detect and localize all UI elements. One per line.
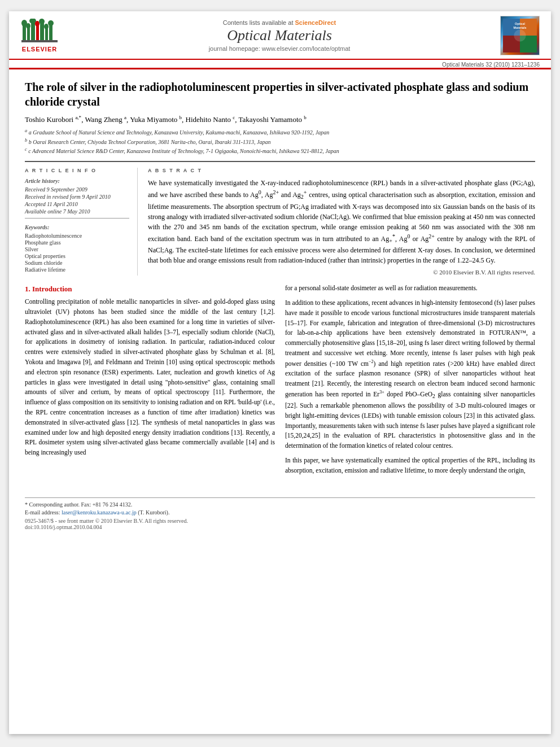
svg-point-12 [44, 24, 49, 29]
keywords-section: Keywords: Radiophotoluminescence Phospha… [25, 224, 129, 273]
affiliation-b: b b Oarai Research Center, Chiyoda Techn… [25, 137, 535, 146]
affiliation-a: a a Graduate School of Natural Science a… [25, 128, 535, 137]
svg-rect-3 [36, 24, 39, 41]
cover-svg: Optical Materials [501, 19, 539, 53]
svg-point-8 [26, 23, 30, 29]
info-abstract-section: A R T I C L E I N F O Article history: R… [25, 161, 535, 276]
journal-title: Optical Materials [59, 27, 500, 44]
intro-heading: 1. Introduction [25, 285, 275, 294]
article-info-label: A R T I C L E I N F O [25, 168, 129, 173]
abstract-copyright: © 2010 Elsevier B.V. All rights reserved… [148, 269, 535, 276]
elsevier-tree-icon [20, 19, 59, 46]
journal-id-line: Optical Materials 32 (2010) 1231–1236 [9, 60, 551, 68]
authors-line: Toshio Kurobori a,*, Wang Zheng a, Yuka … [25, 115, 535, 124]
keyword-1: Radiophotoluminescence [25, 233, 129, 239]
svg-rect-14 [21, 40, 58, 42]
article-info-col: A R T I C L E I N F O Article history: R… [25, 168, 138, 276]
svg-rect-6 [49, 24, 53, 41]
journal-cover-image: Optical Materials [500, 16, 540, 55]
email-note: E-mail address: laser@kenroku.kanazawa-u… [25, 509, 535, 516]
abstract-label: A B S T R A C T [148, 168, 535, 173]
revised-date: Received in revised form 9 April 2010 [25, 194, 129, 200]
issn-line: 0925-3467/$ - see front matter © 2010 El… [25, 518, 535, 530]
intro-para-3: In addition to these applications, recen… [285, 298, 535, 451]
svg-point-13 [48, 20, 54, 26]
sciencedirect-link[interactable]: ScienceDirect [295, 19, 336, 26]
keyword-5: Sodium chloride [25, 260, 129, 266]
journal-homepage: journal homepage: www.elsevier.com/locat… [59, 45, 500, 52]
info-divider [25, 218, 129, 219]
intro-para-2: for a personal solid-state dosimeter as … [285, 283, 535, 294]
affiliation-c: c c Advanced Material Science R&D Center… [25, 146, 535, 155]
body-section: 1. Introduction Controlling precipitatio… [25, 283, 535, 480]
keywords-label: Keywords: [25, 224, 129, 230]
article-title: The role of silver in the radiophotolumi… [25, 80, 535, 109]
authors-text: Toshio Kurobori a,*, Wang Zheng a, Yuka … [25, 115, 307, 124]
svg-rect-2 [31, 21, 35, 41]
svg-text:Optical: Optical [515, 22, 525, 25]
keyword-2: Phosphate glass [25, 239, 129, 246]
page: ELSEVIER Contents lists available at Sci… [9, 11, 551, 734]
received-date: Received 9 September 2009 [25, 186, 129, 193]
keyword-4: Optical properties [25, 253, 129, 259]
corresponding-note: * Corresponding author. Fax: +81 76 234 … [25, 501, 535, 508]
article-body: The role of silver in the radiophotolumi… [9, 69, 551, 492]
email-link[interactable]: laser@kenroku.kanazawa-u.ac.jp [62, 509, 137, 516]
affiliations: a a Graduate School of Natural Science a… [25, 128, 535, 155]
journal-header-center: Contents lists available at ScienceDirec… [59, 19, 500, 52]
intro-para-1: Controlling precipitation of noble metal… [25, 297, 275, 458]
issn-text: 0925-3467/$ - see front matter © 2010 El… [25, 518, 188, 524]
svg-rect-4 [40, 22, 44, 41]
body-col-right: for a personal solid-state dosimeter as … [285, 283, 535, 480]
svg-point-11 [39, 19, 45, 24]
abstract-col: A B S T R A C T We have systematically i… [148, 168, 535, 276]
abstract-text: We have systematically investigated the … [148, 178, 535, 265]
intro-para-4: In this paper, we have systematically ex… [285, 456, 535, 476]
accepted-date: Accepted 11 April 2010 [25, 201, 129, 207]
elsevier-wordmark: ELSEVIER [22, 46, 57, 53]
elsevier-logo: ELSEVIER [20, 19, 59, 53]
body-col-left: 1. Introduction Controlling precipitatio… [25, 283, 275, 480]
history-label: Article history: [25, 178, 129, 184]
keyword-3: Silver [25, 246, 129, 252]
footnote-area: * Corresponding author. Fax: +81 76 234 … [9, 498, 551, 535]
svg-text:Materials: Materials [514, 26, 527, 29]
keyword-6: Radiative lifetime [25, 267, 129, 273]
svg-point-20 [514, 29, 526, 41]
doi-text: doi:10.1016/j.optmat.2010.04.004 [25, 524, 102, 530]
journal-header: ELSEVIER Contents lists available at Sci… [9, 11, 551, 60]
svg-point-10 [35, 21, 40, 27]
contents-line: Contents lists available at ScienceDirec… [59, 19, 500, 26]
online-date: Available online 7 May 2010 [25, 208, 129, 215]
